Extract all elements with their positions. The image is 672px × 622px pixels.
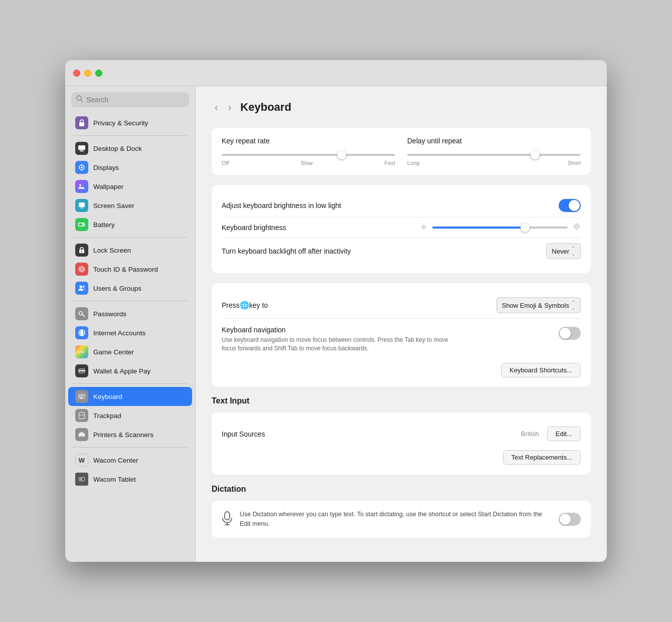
- sidebar-item-displays[interactable]: Displays: [68, 158, 192, 177]
- nav-forward-button[interactable]: ›: [225, 100, 235, 114]
- keyboard-shortcuts-button[interactable]: Keyboard Shortcuts...: [501, 363, 581, 377]
- sidebar-item-wacom-tablet[interactable]: Wacom Tablet: [68, 470, 192, 489]
- adjust-brightness-toggle[interactable]: [559, 199, 581, 212]
- sidebar-item-lock-screen[interactable]: Lock Screen: [68, 241, 192, 260]
- svg-point-47: [423, 226, 425, 228]
- svg-rect-33: [81, 395, 82, 396]
- globe-key-select[interactable]: Show Emoji & Symbols ⌃⌄: [496, 297, 581, 313]
- keyboard-nav-row: Keyboard navigation Use keyboard navigat…: [222, 318, 581, 360]
- input-sources-edit-button[interactable]: Edit...: [547, 427, 581, 441]
- displays-label: Displays: [93, 164, 119, 171]
- svg-rect-36: [79, 396, 81, 397]
- sidebar-item-privacy-security[interactable]: Privacy & Security: [68, 113, 192, 132]
- delay-repeat-slider[interactable]: [407, 154, 581, 156]
- brightness-section: Adjust keyboard brightness in low light …: [212, 185, 591, 273]
- battery-icon: [75, 218, 88, 231]
- sidebar-item-keyboard[interactable]: Keyboard: [68, 387, 192, 406]
- search-box[interactable]: [71, 92, 189, 107]
- svg-line-60: [574, 229, 575, 229]
- input-sources-label: Input Sources: [222, 430, 265, 438]
- nav-back-button[interactable]: ‹: [212, 100, 221, 114]
- traffic-lights: [73, 70, 102, 77]
- keyboard-brightness-slider[interactable]: [432, 227, 568, 229]
- divider-1: [72, 135, 188, 136]
- sidebar-item-desktop-dock[interactable]: Desktop & Dock: [68, 139, 192, 158]
- maximize-button[interactable]: [95, 70, 102, 77]
- sidebar-item-internet-accounts[interactable]: Internet Accounts: [68, 323, 192, 342]
- text-replacements-button[interactable]: Text Replacements...: [503, 450, 581, 465]
- adjust-brightness-label: Adjust keyboard brightness in low light: [222, 201, 341, 210]
- passwords-icon: [75, 307, 88, 320]
- sidebar-item-wallet-apple-pay[interactable]: Wallet & Apple Pay: [68, 361, 192, 380]
- wallpaper-icon: [75, 180, 88, 193]
- key-to-label: key to: [249, 301, 268, 309]
- minimize-button[interactable]: [84, 70, 91, 77]
- key-repeat-fast-label: Fast: [385, 160, 395, 166]
- sidebar: Privacy & Security Desktop & Dock: [65, 86, 196, 561]
- page-title: Keyboard: [240, 101, 291, 114]
- delay-repeat-group: Delay until repeat Long Short: [407, 137, 581, 166]
- keyboard-label: Keyboard: [93, 393, 122, 400]
- svg-point-21: [83, 286, 85, 288]
- keyboard-brightness-label: Keyboard brightness: [222, 224, 286, 232]
- trackpad-label: Trackpad: [93, 412, 121, 420]
- svg-line-57: [574, 225, 575, 225]
- svg-point-19: [81, 269, 82, 270]
- sidebar-item-wacom-center[interactable]: W Wacom Center: [68, 451, 192, 470]
- wallet-apple-pay-label: Wallet & Apple Pay: [93, 367, 150, 375]
- svg-rect-3: [78, 145, 85, 150]
- keyboard-nav-toggle[interactable]: [559, 327, 581, 340]
- sidebar-item-game-center[interactable]: Game Center: [68, 342, 192, 361]
- keyboard-icon: [75, 390, 88, 403]
- screen-saver-icon: [75, 199, 88, 212]
- window-content: Privacy & Security Desktop & Dock: [65, 86, 607, 561]
- privacy-security-label: Privacy & Security: [93, 119, 148, 127]
- battery-label: Battery: [93, 221, 115, 229]
- search-icon: [76, 95, 83, 104]
- close-button[interactable]: [73, 70, 80, 77]
- desktop-dock-icon: [75, 142, 88, 155]
- delay-repeat-long-label: Long: [407, 160, 419, 166]
- sidebar-item-battery[interactable]: Battery: [68, 215, 192, 234]
- backlight-off-value: Never: [552, 248, 569, 255]
- sidebar-item-trackpad[interactable]: Trackpad: [68, 406, 192, 425]
- dictation-description: Use Dictation wherever you can type text…: [240, 510, 552, 529]
- adjust-brightness-row: Adjust keyboard brightness in low light: [222, 194, 581, 217]
- backlight-off-row: Turn keyboard backlight off after inacti…: [222, 238, 581, 264]
- sidebar-item-wallpaper[interactable]: Wallpaper: [68, 177, 192, 196]
- svg-rect-38: [83, 396, 84, 397]
- sidebar-item-passwords[interactable]: Passwords: [68, 304, 192, 323]
- search-input[interactable]: [86, 96, 184, 104]
- svg-rect-43: [80, 432, 84, 434]
- svg-point-6: [81, 166, 83, 168]
- svg-rect-10: [79, 202, 85, 207]
- sidebar-item-printers-scanners[interactable]: Printers & Scanners: [68, 425, 192, 444]
- svg-point-9: [79, 184, 81, 186]
- wallet-apple-pay-icon: [75, 364, 88, 377]
- backlight-off-label: Turn keyboard backlight off after inacti…: [222, 247, 351, 255]
- key-repeat-slider[interactable]: [222, 154, 395, 156]
- key-repeat-section: Key repeat rate Off Slow Fast Delay unti…: [212, 128, 591, 175]
- delay-repeat-labels: Long Short: [407, 160, 581, 166]
- sidebar-item-touch-id[interactable]: Touch ID & Password: [68, 260, 192, 279]
- screen-saver-label: Screen Saver: [93, 202, 134, 210]
- text-input-section: Text Input Input Sources British Edit...…: [212, 396, 591, 475]
- globe-icon: 🌐: [240, 301, 249, 310]
- sliders-row: Key repeat rate Off Slow Fast Delay unti…: [222, 137, 581, 166]
- keyboard-nav-label: Keyboard navigation: [222, 326, 462, 334]
- press-label: Press: [222, 301, 240, 309]
- touch-id-icon: [75, 263, 88, 276]
- svg-line-23: [82, 314, 85, 317]
- dictation-toggle[interactable]: [559, 513, 581, 526]
- backlight-off-select[interactable]: Never ⌃⌄: [546, 243, 581, 259]
- svg-line-1: [81, 100, 83, 102]
- sidebar-item-screen-saver[interactable]: Screen Saver: [68, 196, 192, 215]
- lock-screen-icon: [75, 244, 88, 257]
- svg-rect-40: [79, 412, 85, 419]
- sidebar-item-users-groups[interactable]: Users & Groups: [68, 279, 192, 298]
- delay-repeat-short-label: Short: [568, 160, 581, 166]
- wacom-center-icon: W: [75, 454, 88, 467]
- keyboard-nav-group: Keyboard navigation Use keyboard navigat…: [222, 326, 462, 353]
- svg-point-20: [80, 286, 82, 288]
- dictation-card: Use Dictation wherever you can type text…: [212, 501, 591, 538]
